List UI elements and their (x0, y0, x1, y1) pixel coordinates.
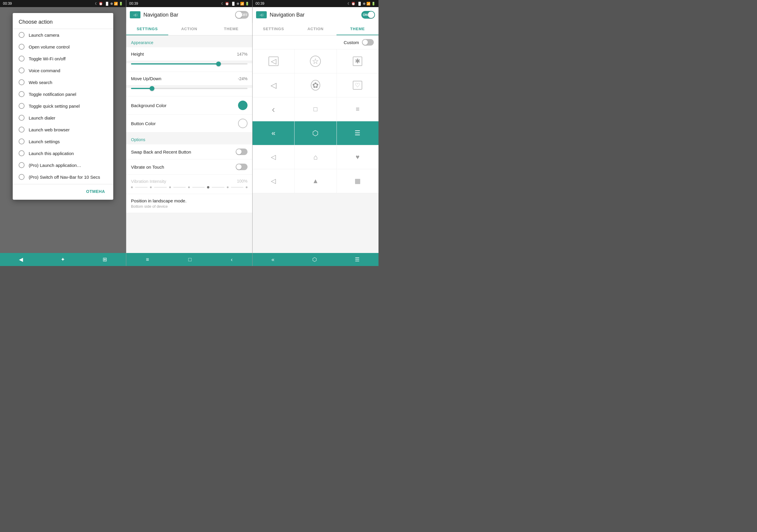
list-item[interactable]: Web search (13, 76, 113, 88)
landscape-sub: Bottom side of device (131, 204, 248, 208)
menu-icon-2[interactable]: ≡ (146, 257, 149, 263)
list-item[interactable]: Launch camera (13, 29, 113, 41)
list-item[interactable]: Launch this application (13, 147, 113, 159)
theme-cell-3-3[interactable]: ≡ (337, 97, 378, 121)
radio-10 (19, 139, 24, 144)
theme-cell-6-2[interactable]: ▲ (294, 169, 337, 193)
tab-theme-2[interactable]: THEME (210, 22, 252, 35)
main-toggle-3[interactable]: ON (361, 11, 375, 19)
theme-cell-3-1[interactable]: ‹ (253, 97, 294, 121)
landscape-theme-icon: ▲ (312, 178, 319, 184)
item-label: Toggle notification panel (29, 92, 76, 97)
tab-action-2[interactable]: ACTION (168, 22, 210, 35)
toggle-knob-2 (236, 12, 242, 18)
theme-cell-4-3[interactable]: ☰ (337, 121, 378, 145)
theme-row-1: ◁ ☆ ✱ (253, 49, 378, 73)
theme-cell-1-3[interactable]: ✱ (337, 49, 378, 73)
list-item[interactable]: Launch web browser (13, 124, 113, 136)
landscape-row[interactable]: Position in landscape mode. Bottom side … (126, 194, 252, 213)
tab-theme-3[interactable]: THEME (337, 22, 378, 35)
back-filled-small-icon: ◁ (271, 81, 277, 89)
theme-cell-2-3[interactable]: ♡ (337, 73, 378, 97)
theme-cell-5-3[interactable]: ♥ (337, 145, 378, 169)
bg-color-swatch[interactable] (238, 101, 248, 110)
tab-settings-2[interactable]: SETTINGS (126, 22, 168, 35)
theme-cell-1-2[interactable]: ☆ (294, 49, 337, 73)
app-logo-2: ◁□ (130, 11, 140, 18)
height-slider-thumb (216, 62, 221, 66)
theme-cell-4-2[interactable]: ⬡ (294, 121, 337, 145)
height-label: Height (131, 51, 144, 56)
list-item[interactable]: Launch dialer (13, 112, 113, 124)
recent-icon[interactable]: ⊞ (103, 256, 107, 263)
menu-nav-icon-3[interactable]: ☰ (355, 256, 360, 263)
nav-bottom-2: ≡ □ ‹ (126, 253, 252, 266)
theme-cell-2-1[interactable]: ◁ (253, 73, 294, 97)
options-label: Options (126, 133, 252, 144)
btn-color-swatch[interactable] (238, 119, 248, 128)
main-toggle-2[interactable]: OFF (235, 11, 249, 19)
height-slider-track[interactable] (131, 63, 248, 65)
back-thin-icon: ‹ (272, 105, 275, 114)
theme-cell-5-1[interactable]: ◁ (253, 145, 294, 169)
list-item[interactable]: Toggle quick setting panel (13, 100, 113, 112)
status-icons-1: ☾ ⏰ ▐▌ ⊕ 📶 🔋 (95, 2, 123, 6)
double-back-icon: « (271, 130, 275, 137)
theme-cell-6-1[interactable]: ◁ (253, 169, 294, 193)
move-slider-track[interactable] (131, 88, 248, 89)
tab-action-3[interactable]: ACTION (294, 22, 337, 35)
theme-cell-6-3[interactable]: ▦ (337, 169, 378, 193)
list-item[interactable]: (Pro) Switch off Nav-Bar for 10 Secs (13, 171, 113, 183)
theme-cell-5-2[interactable]: ⌂ (294, 145, 337, 169)
home-icon-3: ⌂ (314, 154, 318, 161)
height-row: Height 147% (126, 47, 252, 61)
list-item[interactable]: Voice command (13, 65, 113, 76)
bg-color-row[interactable]: Background Color (126, 96, 252, 114)
time-2: 00:39 (129, 1, 138, 6)
back-icon[interactable]: ◀ (19, 256, 23, 263)
back-icon-2[interactable]: ‹ (231, 257, 233, 263)
home-icon-2[interactable]: □ (188, 257, 192, 263)
list-item[interactable]: Open volume control (13, 41, 113, 53)
list-item[interactable]: Launch settings (13, 136, 113, 147)
theme-cell-2-2[interactable]: ✿ (294, 73, 337, 97)
item-label: Voice command (29, 68, 60, 73)
radio-1 (19, 32, 24, 38)
star-outline-icon: ☆ (310, 56, 321, 67)
vibrate-toggle[interactable] (236, 164, 248, 170)
theme-row-5: ◁ ⌂ ♥ (253, 145, 378, 169)
time-3: 00:39 (256, 1, 264, 6)
item-label: Toggle quick setting panel (29, 104, 80, 109)
circle-dotted-icon: ✿ (311, 80, 320, 91)
back-nav-icon-3[interactable]: « (271, 257, 274, 263)
toggle-on-label: ON (363, 13, 368, 16)
home-nav-icon-3[interactable]: ⬡ (312, 256, 317, 263)
panel2: 00:39 ☾ ⏰ ▐▌ ⊕ 📶 🔋 ◁□ Navigation Bar OFF… (126, 0, 252, 266)
radio-11 (19, 150, 24, 156)
list-item[interactable]: Toggle notification panel (13, 88, 113, 100)
back-angled-icon: ◁ (271, 178, 276, 184)
list-item[interactable]: Toggle Wi-Fi on/off (13, 53, 113, 65)
tab-settings-3[interactable]: SETTINGS (253, 22, 294, 35)
item-label: Launch web browser (29, 127, 70, 132)
theme-cell-4-1[interactable]: « (253, 121, 294, 145)
height-slider-fill (131, 63, 219, 65)
home-icon[interactable]: ✦ (61, 256, 65, 263)
cancel-button[interactable]: OTMEHA (82, 187, 108, 196)
item-label: Toggle Wi-Fi on/off (29, 56, 66, 61)
theme-row-3: ‹ □ ≡ (253, 97, 378, 121)
vdot-1 (131, 186, 133, 188)
theme-cell-1-1[interactable]: ◁ (253, 49, 294, 73)
lines-icon: ≡ (356, 106, 360, 112)
swap-toggle[interactable] (236, 148, 248, 155)
custom-toggle-knob (363, 40, 368, 45)
vibration-slider[interactable] (131, 184, 248, 190)
radio-4 (19, 68, 24, 73)
theme-grid: ◁ ☆ ✱ ◁ ✿ ♡ (253, 49, 378, 193)
bg-color-label: Background Color (131, 103, 167, 108)
radio-7 (19, 103, 24, 109)
custom-toggle[interactable] (362, 39, 374, 46)
list-item[interactable]: (Pro) Launch application… (13, 159, 113, 171)
btn-color-row[interactable]: Button Color (126, 114, 252, 133)
theme-cell-3-2[interactable]: □ (294, 97, 337, 121)
